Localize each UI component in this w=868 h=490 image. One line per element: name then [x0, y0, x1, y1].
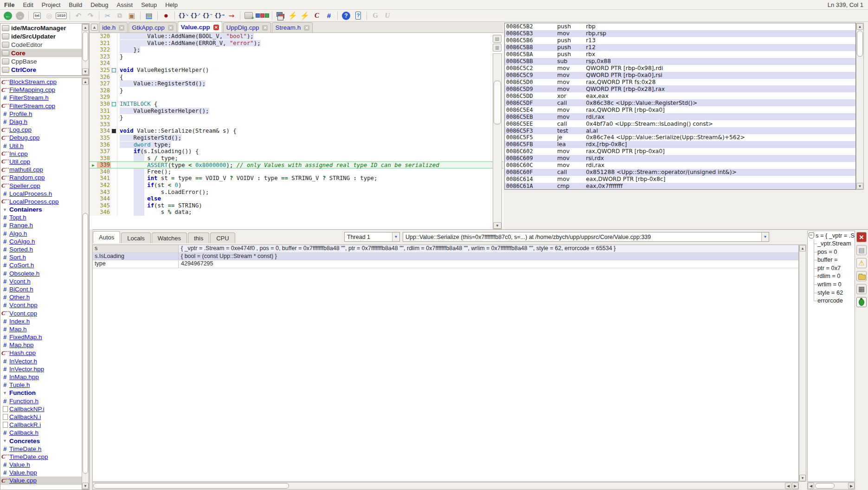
calculator-icon[interactable]: ▦: [856, 284, 867, 294]
line-marker[interactable]: [90, 94, 97, 101]
file-item-random-cpp[interactable]: C++Random.cpp: [0, 174, 89, 181]
close-icon[interactable]: ✕: [262, 25, 268, 31]
fold-column[interactable]: [111, 135, 117, 142]
tree-item[interactable]: errorcode: [817, 297, 855, 305]
scrollbar-thumb[interactable]: [815, 483, 835, 489]
scrollbar-thumb[interactable]: [83, 213, 88, 474]
find-in-files-icon[interactable]: [856, 271, 867, 281]
fold-column[interactable]: [111, 121, 117, 128]
chevron-down-icon[interactable]: ▼: [761, 232, 769, 241]
scroll-down-icon[interactable]: ▼: [82, 68, 89, 75]
disassembly-pane[interactable]: 0086C5B2pushrbp0086C5B3movrbp,rsp0086C5B…: [504, 23, 856, 190]
scroll-down-icon[interactable]: ▼: [82, 483, 89, 489]
line-marker[interactable]: [90, 46, 97, 53]
file-item-vcont-hpp[interactable]: #Vcont.hpp: [0, 301, 89, 309]
file-item-log-cpp[interactable]: C++Log.cpp: [0, 126, 89, 134]
rebuild-button[interactable]: ⚡: [299, 11, 310, 21]
fold-column[interactable]: [111, 60, 117, 67]
file-item-timedate-cpp[interactable]: C++TimeDate.cpp: [0, 453, 89, 461]
copy-button[interactable]: ⧉: [114, 11, 125, 21]
close-icon[interactable]: ✕: [304, 25, 309, 31]
forward-button[interactable]: →: [14, 11, 26, 21]
file-item-topt-h[interactable]: #Topt.h: [0, 213, 89, 221]
file-group-containers[interactable]: ▼Containers: [0, 206, 89, 213]
menu-setup[interactable]: Setup: [137, 1, 161, 9]
fold-column[interactable]: [111, 80, 117, 87]
file-item-speller-cpp[interactable]: C++Speller.cpp: [0, 181, 89, 189]
debug-tab-autos[interactable]: Autos: [93, 231, 120, 243]
line-marker[interactable]: [90, 135, 97, 142]
line-marker[interactable]: [90, 67, 97, 74]
file-item-sort-h[interactable]: #Sort.h: [0, 253, 89, 261]
fold-column[interactable]: [111, 67, 117, 74]
debug-tab-cpu[interactable]: CPU: [210, 232, 235, 243]
file-item-localprocess-h[interactable]: #LocalProcess.h: [0, 190, 89, 198]
variables-horizontal-scrollbar[interactable]: ◀ ▶: [92, 482, 799, 490]
scroll-right-icon[interactable]: ▶: [848, 483, 855, 489]
menu-file[interactable]: File: [0, 1, 19, 9]
package-item-codeeditor[interactable]: CodeEditor: [0, 40, 89, 49]
line-marker[interactable]: [90, 60, 97, 67]
fold-box-icon[interactable]: [112, 129, 116, 133]
scroll-left-icon[interactable]: ◀: [808, 483, 814, 489]
line-marker[interactable]: [90, 40, 97, 47]
file-item-value-h[interactable]: #Value.h: [0, 461, 89, 469]
file-item-blockstream-cpp[interactable]: C++BlockStream.cpp: [0, 78, 89, 86]
tree-root[interactable]: s = { _vptr = .Stream: [808, 231, 855, 239]
fold-box-icon[interactable]: [112, 102, 116, 106]
close-icon[interactable]: ✕: [213, 25, 219, 30]
line-marker[interactable]: [90, 155, 97, 162]
tree-item[interactable]: rdlim = 0: [817, 272, 855, 280]
line-marker[interactable]: [90, 101, 97, 108]
file-item-value-hpp[interactable]: #Value.hpp: [0, 469, 89, 477]
line-marker[interactable]: [90, 195, 97, 202]
file-item-mathutil-cpp[interactable]: C++mathutil.cpp: [0, 166, 89, 174]
scrollbar-thumb[interactable]: [857, 31, 863, 57]
line-marker[interactable]: [90, 148, 97, 155]
disassembly-scrollbar[interactable]: ▲ ▼: [856, 23, 864, 190]
scrollbar-thumb[interactable]: [83, 32, 88, 61]
fold-column[interactable]: [111, 46, 117, 53]
undo-button[interactable]: ↶: [73, 11, 84, 21]
line-marker[interactable]: [90, 33, 97, 40]
close-icon[interactable]: ✕: [119, 25, 124, 31]
package-item-core[interactable]: Core: [0, 49, 89, 57]
fold-box-icon[interactable]: [112, 68, 116, 72]
file-group-concretes[interactable]: ▼Concretes: [0, 437, 89, 445]
file-item-filterstream-cpp[interactable]: C++FilterStream.cpp: [0, 102, 89, 110]
menu-help[interactable]: Help: [161, 1, 182, 9]
context-help-button[interactable]: ?: [353, 11, 364, 21]
scroll-right-icon[interactable]: ▶: [792, 483, 798, 489]
help-button[interactable]: ?: [341, 11, 352, 21]
fold-column[interactable]: [111, 148, 117, 155]
line-marker[interactable]: [90, 87, 97, 94]
line-marker[interactable]: [90, 189, 97, 196]
file-item-value-cpp[interactable]: C++Value.cpp: [0, 477, 89, 484]
fold-column[interactable]: [111, 94, 117, 101]
scroll-left-icon[interactable]: ◀: [785, 483, 791, 489]
file-item-debug-cpp[interactable]: C++Debug.cpp: [0, 134, 89, 142]
fold-column[interactable]: [111, 108, 117, 115]
collapse-icon[interactable]: [809, 232, 814, 239]
u-icon[interactable]: U: [382, 11, 393, 21]
fold-column[interactable]: [111, 101, 117, 108]
file-item-tuple-h[interactable]: #Tuple.h: [0, 381, 89, 389]
package-item-ide-srcupdater[interactable]: ide/SrcUpdater: [0, 32, 89, 40]
scroll-up-icon[interactable]: ▲: [799, 245, 806, 251]
file-list-scrollbar[interactable]: ▲ ▼: [82, 78, 89, 490]
g-icon[interactable]: G: [370, 11, 381, 21]
file-item-timedate-h[interactable]: #TimeDate.h: [0, 445, 89, 453]
tab-scroll-up-icon[interactable]: ▲: [91, 24, 98, 31]
tree-item[interactable]: _vptr.Stream: [817, 239, 855, 248]
line-marker[interactable]: [90, 121, 97, 128]
scrollbar-thumb[interactable]: [93, 483, 289, 489]
debug-tab-watches[interactable]: Watches: [152, 232, 187, 243]
line-marker[interactable]: [90, 74, 97, 81]
disc-icon[interactable]: ◎: [44, 11, 55, 21]
line-marker[interactable]: [90, 108, 97, 115]
close-icon[interactable]: ✕: [168, 25, 174, 31]
file-item-function-h[interactable]: #Function.h: [0, 397, 89, 405]
file-item-vcont-h[interactable]: #Vcont.h: [0, 277, 89, 285]
tab-gtkapp-cpp[interactable]: GtkApp.cpp✕: [129, 22, 177, 32]
package-item-ctrlcore[interactable]: CtrlCore: [0, 65, 89, 74]
